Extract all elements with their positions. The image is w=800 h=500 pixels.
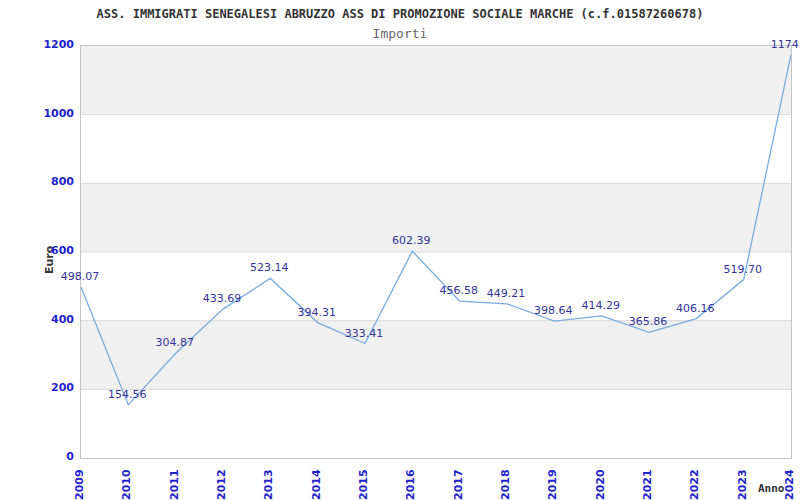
chart-title: ASS. IMMIGRATI SENEGALESI ABRUZZO ASS DI… [0,7,800,21]
y-tick-label: 0 [0,450,74,464]
x-tick-label: 2013 [262,462,276,500]
x-tick-label: 2009 [73,462,87,500]
y-tick-label: 1000 [0,107,74,121]
x-tick-label: 2022 [688,462,702,500]
data-point-label: 1174.6 [758,38,800,51]
x-tick-label: 2018 [499,462,513,500]
x-tick-label: 2024 [783,462,797,500]
data-point-label: 433.69 [190,292,254,305]
x-tick-label: 2016 [404,462,418,500]
data-point-label: 333.41 [332,327,396,340]
y-tick-label: 400 [0,313,74,327]
y-tick-label: 600 [0,244,74,258]
data-point-label: 365.86 [616,315,680,328]
data-point-label: 602.39 [379,234,443,247]
x-tick-label: 2020 [594,462,608,500]
chart-subtitle: Importi [0,26,800,41]
chart-window: ASS. IMMIGRATI SENEGALESI ABRUZZO ASS DI… [0,0,800,500]
x-tick-label: 2011 [168,462,182,500]
x-tick-label: 2021 [641,462,655,500]
y-tick-label: 200 [0,381,74,395]
x-tick-label: 2017 [452,462,466,500]
plot-svg [81,46,791,458]
shaded-band [81,321,791,390]
data-point-label: 394.31 [285,306,349,319]
data-point-label: 304.87 [143,336,207,349]
x-tick-label: 2010 [120,462,134,500]
x-axis-title: Anno [758,482,785,495]
data-point-label: 414.29 [569,299,633,312]
x-tick-label: 2023 [736,462,750,500]
x-tick-label: 2012 [215,462,229,500]
shaded-band [81,46,791,115]
data-point-label: 406.16 [663,302,727,315]
x-tick-label: 2014 [310,462,324,500]
data-point-label: 523.14 [237,261,301,274]
plot-area [80,45,792,459]
data-point-label: 498.07 [48,270,112,283]
y-tick-label: 800 [0,175,74,189]
x-tick-label: 2015 [357,462,371,500]
data-point-label: 449.21 [474,287,538,300]
data-point-label: 154.56 [95,388,159,401]
x-tick-label: 2019 [546,462,560,500]
data-point-label: 519.70 [711,263,775,276]
y-tick-label: 1200 [0,38,74,52]
